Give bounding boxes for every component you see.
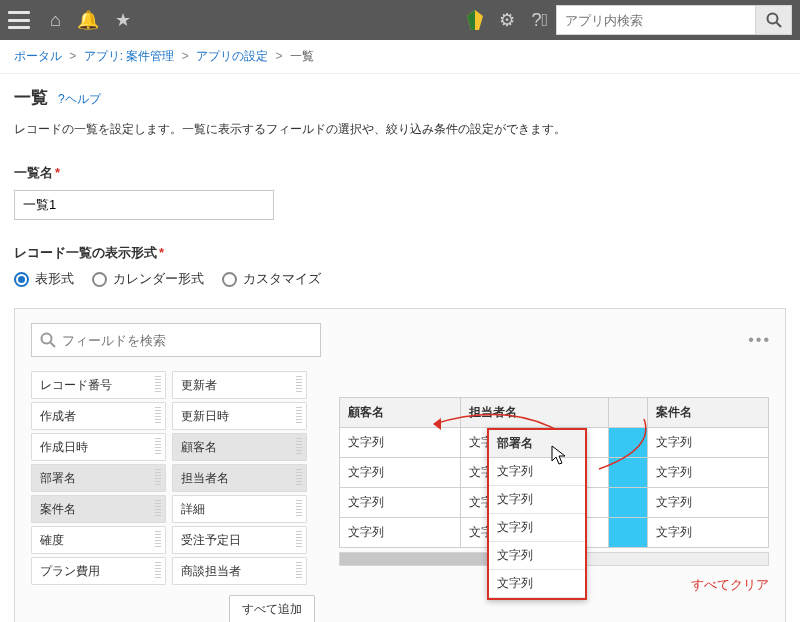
preview-cell — [609, 488, 648, 518]
field-item[interactable]: 詳細 — [172, 495, 307, 523]
field-item[interactable]: レコード番号 — [31, 371, 166, 399]
field-item[interactable]: 作成日時 — [31, 433, 166, 461]
field-item[interactable]: 受注予定日 — [172, 526, 307, 554]
page-description: レコードの一覧を設定します。一覧に表示するフィールドの選択や、絞り込み条件の設定… — [14, 121, 786, 138]
preview-cell: 文字列 — [648, 518, 769, 548]
radio-table-format[interactable]: 表形式 — [14, 270, 74, 288]
svg-line-3 — [51, 343, 56, 348]
preview-cell: 文字列 — [340, 428, 461, 458]
breadcrumb-current: 一覧 — [290, 49, 314, 63]
bell-icon[interactable]: 🔔 — [77, 9, 99, 31]
field-item[interactable]: 作成者 — [31, 402, 166, 430]
breadcrumb-settings[interactable]: アプリの設定 — [196, 49, 268, 63]
preview-header[interactable] — [609, 398, 648, 428]
field-item[interactable]: 更新者 — [172, 371, 307, 399]
list-name-label: 一覧名* — [14, 164, 786, 182]
svg-point-0 — [767, 14, 777, 24]
field-item[interactable]: 確度 — [31, 526, 166, 554]
svg-line-1 — [776, 23, 781, 28]
preview-cell: 文字列 — [340, 458, 461, 488]
preview-header[interactable]: 案件名 — [648, 398, 769, 428]
more-options-icon[interactable]: ••• — [748, 331, 771, 349]
breadcrumb-portal[interactable]: ポータル — [14, 49, 62, 63]
preview-cell: 文字列 — [648, 488, 769, 518]
drag-ghost-column: 部署名 文字列文字列文字列文字列文字列 — [487, 428, 587, 600]
field-search-icon — [40, 332, 56, 348]
cursor-icon — [551, 445, 569, 470]
svg-point-2 — [42, 334, 52, 344]
preview-cell — [609, 458, 648, 488]
gear-icon[interactable]: ⚙ — [499, 9, 515, 31]
help-link[interactable]: ?ヘルプ — [58, 91, 101, 108]
preview-cell — [609, 428, 648, 458]
breadcrumb: ポータル > アプリ: 案件管理 > アプリの設定 > 一覧 — [0, 40, 800, 74]
star-icon[interactable]: ★ — [115, 9, 131, 31]
display-format-label: レコード一覧の表示形式* — [14, 244, 786, 262]
list-name-input[interactable] — [14, 190, 274, 220]
preview-cell: 文字列 — [340, 518, 461, 548]
field-item[interactable]: 部署名 — [31, 464, 166, 492]
field-item[interactable]: 案件名 — [31, 495, 166, 523]
add-all-button[interactable]: すべて追加 — [229, 595, 315, 622]
app-search-input[interactable] — [556, 5, 756, 35]
page-title: 一覧 — [14, 86, 48, 109]
field-item[interactable]: プラン費用 — [31, 557, 166, 585]
logo-icon — [467, 10, 483, 30]
field-search-input[interactable] — [62, 333, 312, 348]
help-icon[interactable]: ?⃝ — [531, 10, 548, 31]
preview-cell: 文字列 — [340, 488, 461, 518]
field-item[interactable]: 更新日時 — [172, 402, 307, 430]
field-item[interactable]: 担当者名 — [172, 464, 307, 492]
breadcrumb-app[interactable]: アプリ: 案件管理 — [84, 49, 175, 63]
clear-all-button[interactable]: すべてクリア — [691, 577, 769, 592]
preview-cell: 文字列 — [648, 428, 769, 458]
home-icon[interactable]: ⌂ — [50, 10, 61, 31]
field-item[interactable]: 商談担当者 — [172, 557, 307, 585]
preview-cell — [609, 518, 648, 548]
app-search-button[interactable] — [756, 5, 792, 35]
hamburger-menu-icon[interactable] — [8, 11, 30, 29]
preview-cell: 文字列 — [648, 458, 769, 488]
field-item[interactable]: 顧客名 — [172, 433, 307, 461]
preview-header[interactable]: 担当者名 — [460, 398, 608, 428]
preview-header[interactable]: 顧客名 — [340, 398, 461, 428]
radio-calendar-format[interactable]: カレンダー形式 — [92, 270, 204, 288]
radio-customize-format[interactable]: カスタマイズ — [222, 270, 321, 288]
